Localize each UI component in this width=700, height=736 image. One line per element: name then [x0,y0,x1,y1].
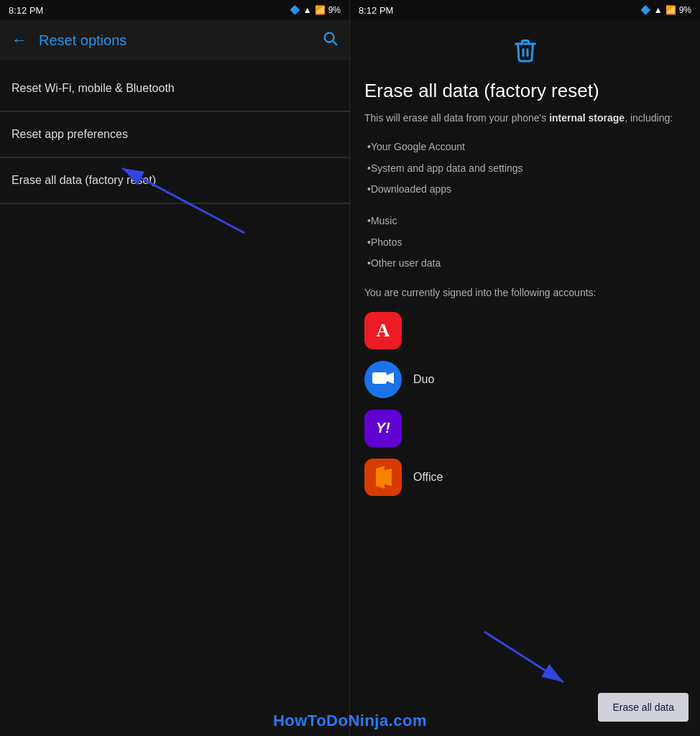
page-title: Reset options [39,32,310,49]
adobe-icon: A [364,312,402,349]
menu-list: Reset Wi-Fi, mobile & Bluetooth Reset ap… [0,60,349,736]
right-status-icons: 🔷 ▲ 📶 9% [640,5,691,15]
duo-icon [364,361,402,398]
right-annotation-arrow [470,625,585,696]
battery-icon: 9% [328,5,341,15]
accounts-text: You are currently signed into the follow… [364,285,686,300]
bullet-user-data: •Other user data [364,257,686,271]
left-status-bar: 8:12 PM 🔷 ▲ 📶 9% [0,0,349,20]
factory-reset-desc: This will erase all data from your phone… [364,111,686,126]
wifi-icon: ▲ [303,5,312,15]
svg-line-1 [333,41,336,45]
right-content: Erase all data (factory reset) This will… [350,20,700,736]
account-office: Office [364,459,686,496]
signal-icon: 📶 [315,5,326,15]
erase-all-data-button[interactable]: Erase all data [598,693,689,722]
right-wifi-icon: ▲ [654,5,663,15]
yahoo-icon: Y! [364,410,402,447]
bullet-google-account: •Your Google Account [364,140,686,155]
bullet-photos: •Photos [364,236,686,250]
right-bluetooth-icon: 🔷 [640,5,651,15]
bullet-downloaded-apps: •Downloaded apps [364,183,686,197]
bluetooth-icon: 🔷 [290,5,300,15]
bullet-system-data: •System and app data and settings [364,162,686,176]
trash-icon [364,37,686,68]
menu-item-factory-reset[interactable]: Erase all data (factory reset) [0,158,349,203]
toolbar: ← Reset options [0,20,349,60]
account-duo: Duo [364,361,686,398]
right-status-bar: 8:12 PM 🔷 ▲ 📶 9% [350,0,700,20]
svg-marker-5 [387,372,394,384]
search-button[interactable] [322,30,338,50]
svg-line-8 [484,632,563,682]
left-status-icons: 🔷 ▲ 📶 9% [290,5,341,15]
svg-rect-4 [372,372,387,384]
duo-label: Duo [413,373,434,386]
menu-item-wifi-reset[interactable]: Reset Wi-Fi, mobile & Bluetooth [0,66,349,111]
factory-reset-title: Erase all data (factory reset) [364,80,686,102]
account-yahoo: Y! [364,410,686,447]
office-label: Office [413,471,443,484]
left-status-time: 8:12 PM [9,5,43,16]
right-signal-icon: 📶 [666,5,676,15]
menu-item-app-prefs[interactable]: Reset app preferences [0,112,349,157]
right-battery-icon: 9% [679,5,691,15]
right-status-time: 8:12 PM [359,5,393,16]
bullet-music: •Music [364,214,686,229]
back-button[interactable]: ← [11,31,27,50]
account-adobe: A [364,312,686,349]
office-icon [364,459,402,496]
